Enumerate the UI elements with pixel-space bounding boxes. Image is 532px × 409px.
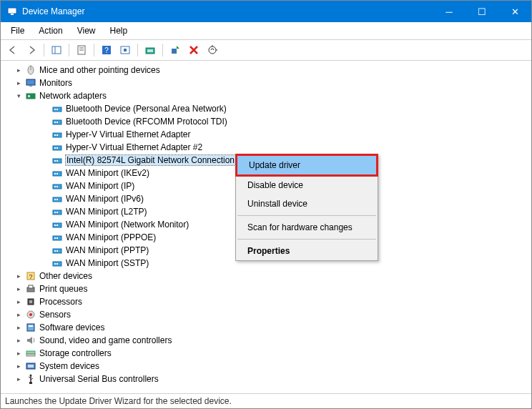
- net-icon: [51, 167, 63, 179]
- context-menu-item[interactable]: Scan for hardware changes: [236, 218, 378, 237]
- tree-device[interactable]: Bluetooth Device (RFCOMM Protocol TDI): [1, 115, 531, 128]
- tree-category[interactable]: ▸Print queues: [1, 282, 531, 295]
- svg-rect-41: [56, 186, 58, 187]
- help-button[interactable]: ?: [99, 42, 114, 58]
- tree-category[interactable]: ▸Universal Serial Bus controllers: [1, 373, 531, 385]
- mouse-icon: [25, 64, 36, 76]
- tree-category[interactable]: ▸System devices: [1, 360, 531, 373]
- statusbar: Launches the Update Driver Wizard for th…: [1, 393, 531, 408]
- context-menu-item[interactable]: Uninstall device: [236, 194, 378, 213]
- tree-item-label: WAN Miniport (SSTP): [66, 258, 149, 268]
- titlebar: Device Manager ─ ☐ ✕: [1, 1, 531, 22]
- context-menu-item[interactable]: Properties: [236, 242, 378, 260]
- svg-rect-44: [56, 199, 58, 200]
- tree-device[interactable]: Hyper-V Virtual Ethernet Adapter: [1, 128, 531, 141]
- monitor-icon: [25, 77, 36, 89]
- svg-rect-19: [26, 94, 35, 99]
- menu-view[interactable]: View: [70, 24, 103, 38]
- tree-category[interactable]: ▸Sensors: [1, 308, 531, 321]
- tree-category[interactable]: ▸Storage controllers: [1, 347, 531, 360]
- show-hide-tree-button[interactable]: [49, 42, 64, 58]
- tree-device[interactable]: Bluetooth Device (Personal Area Network): [1, 102, 531, 115]
- svg-rect-18: [29, 85, 32, 87]
- expander-spacer: [40, 129, 50, 139]
- svg-rect-25: [54, 122, 56, 123]
- cpu-icon: [25, 296, 36, 307]
- menu-help[interactable]: Help: [103, 24, 135, 38]
- tree-item-label: Monitors: [39, 78, 72, 88]
- minimize-button[interactable]: ─: [433, 1, 466, 22]
- expander-spacer: [40, 258, 50, 268]
- svg-rect-37: [54, 173, 56, 174]
- tree-item-label: Sensors: [39, 310, 71, 320]
- context-menu-item[interactable]: Disable device: [236, 176, 378, 194]
- maximize-button[interactable]: ☐: [466, 1, 498, 22]
- svg-rect-12: [147, 49, 153, 52]
- update-driver-button[interactable]: [142, 42, 158, 58]
- tree-item-label: WAN Miniport (IPv6): [66, 194, 144, 204]
- tree-item-label: Network adapters: [39, 91, 107, 101]
- svg-rect-0: [8, 8, 16, 14]
- expander-icon[interactable]: ▸: [14, 65, 24, 75]
- tree-item-label: WAN Miniport (IKEv2): [66, 168, 149, 178]
- svg-rect-71: [26, 354, 35, 356]
- tree-category[interactable]: ▾Network adapters: [1, 89, 531, 102]
- menu-file[interactable]: File: [4, 24, 31, 38]
- uninstall-device-button[interactable]: [186, 42, 202, 58]
- tree-category[interactable]: ▸?Other devices: [1, 270, 531, 282]
- expander-icon[interactable]: ▸: [14, 297, 24, 307]
- expander-spacer: [40, 117, 50, 127]
- expander-icon[interactable]: ▸: [14, 284, 24, 294]
- svg-rect-10: [124, 49, 127, 51]
- tree-category[interactable]: ▸Monitors: [1, 77, 531, 89]
- back-button[interactable]: [5, 42, 21, 58]
- svg-rect-31: [54, 147, 56, 149]
- expander-icon[interactable]: ▸: [14, 335, 24, 345]
- tree-item-label: WAN Miniport (PPPOE): [66, 232, 156, 242]
- action-button[interactable]: [117, 42, 133, 58]
- other-icon: ?: [25, 270, 36, 282]
- tree-item-label: Software devices: [39, 322, 104, 332]
- svg-point-14: [209, 46, 216, 54]
- expander-icon[interactable]: ▸: [14, 374, 24, 384]
- svg-rect-49: [54, 225, 56, 226]
- tree-category[interactable]: ▸Mice and other pointing devices: [1, 64, 531, 77]
- expander-spacer: [40, 181, 50, 191]
- svg-rect-73: [28, 365, 34, 368]
- svg-text:?: ?: [29, 273, 32, 280]
- svg-rect-43: [54, 199, 56, 200]
- expander-spacer: [40, 207, 50, 217]
- menubar: File Action View Help: [1, 22, 531, 40]
- svg-rect-32: [56, 147, 58, 149]
- expander-icon[interactable]: ▸: [14, 322, 24, 332]
- svg-rect-75: [29, 382, 32, 384]
- expander-icon[interactable]: ▸: [14, 78, 24, 88]
- svg-rect-28: [54, 134, 56, 136]
- net-icon: [51, 257, 63, 269]
- expander-icon[interactable]: ▸: [14, 361, 24, 371]
- expander-icon[interactable]: ▸: [14, 348, 24, 358]
- tree-device[interactable]: Hyper-V Virtual Ethernet Adapter #2: [1, 141, 531, 154]
- tree-category[interactable]: ▸Sound, video and game controllers: [1, 334, 531, 347]
- tree-item-label: Hyper-V Virtual Ethernet Adapter: [66, 129, 191, 139]
- expander-spacer: [40, 155, 50, 165]
- net-icon: [51, 103, 63, 114]
- expander-icon[interactable]: ▸: [14, 310, 24, 320]
- context-menu-item[interactable]: Update driver: [237, 156, 376, 174]
- expander-icon[interactable]: ▾: [14, 91, 24, 101]
- svg-rect-1: [11, 14, 14, 15]
- properties-button[interactable]: [74, 42, 89, 58]
- net-icon: [51, 116, 63, 127]
- tree-category[interactable]: ▸Processors: [1, 295, 531, 308]
- enable-device-button[interactable]: [167, 42, 183, 58]
- tree-item-label: Universal Serial Bus controllers: [39, 374, 159, 384]
- svg-rect-40: [54, 186, 56, 187]
- menu-action[interactable]: Action: [31, 24, 69, 38]
- tree-category[interactable]: ▸Software devices: [1, 321, 531, 334]
- close-button[interactable]: ✕: [498, 1, 531, 22]
- forward-button[interactable]: [24, 42, 39, 58]
- scan-hardware-button[interactable]: [205, 42, 220, 58]
- expander-icon[interactable]: ▸: [14, 271, 24, 281]
- device-tree[interactable]: ▸Mice and other pointing devices▸Monitor…: [1, 61, 531, 393]
- tree-item-label: WAN Miniport (IP): [66, 181, 134, 191]
